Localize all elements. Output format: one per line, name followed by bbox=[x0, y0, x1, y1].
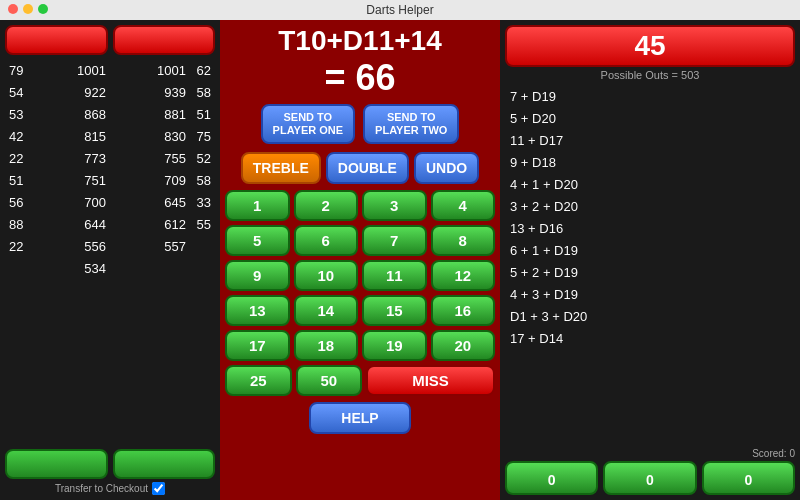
title-bar: Darts Helper bbox=[0, 0, 800, 20]
list-item: 534 bbox=[84, 258, 106, 280]
help-button[interactable]: HELP bbox=[309, 402, 410, 434]
send-buttons: SEND TOPLAYER ONE SEND TOPLAYER TWO bbox=[225, 104, 495, 144]
number-19-btn[interactable]: 19 bbox=[362, 330, 427, 361]
number-10-btn[interactable]: 10 bbox=[294, 260, 359, 291]
list-item: 612 bbox=[164, 214, 186, 236]
number-17-btn[interactable]: 17 bbox=[225, 330, 290, 361]
close-icon[interactable] bbox=[8, 4, 18, 14]
list-item: 33 bbox=[197, 192, 211, 214]
number-11-btn[interactable]: 11 bbox=[362, 260, 427, 291]
double-button[interactable]: DOUBLE bbox=[326, 152, 409, 184]
left-action-btn-1[interactable] bbox=[5, 449, 108, 479]
list-item: 4 + 1 + D20 bbox=[505, 174, 795, 196]
scores-table: 79 54 53 42 22 51 56 88 22 1001 922 868 … bbox=[5, 60, 215, 444]
right-top: 45 Possible Outs = 503 bbox=[505, 25, 795, 81]
number-3-btn[interactable]: 3 bbox=[362, 190, 427, 221]
maximize-icon[interactable] bbox=[38, 4, 48, 14]
number-6-btn[interactable]: 6 bbox=[294, 225, 359, 256]
center-panel: T10+D11+14 = 66 SEND TOPLAYER ONE SEND T… bbox=[220, 20, 500, 500]
score-col-1: 1001 922 868 815 773 751 700 644 556 534 bbox=[30, 60, 110, 444]
list-item: 13 + D16 bbox=[505, 218, 795, 240]
btn-25[interactable]: 25 bbox=[225, 365, 292, 396]
list-item: 830 bbox=[164, 126, 186, 148]
number-grid: 1 2 3 4 5 6 7 8 9 10 11 12 13 14 15 16 1… bbox=[225, 190, 495, 361]
right-score-btn-1[interactable]: 0 bbox=[505, 461, 598, 495]
left-top-buttons bbox=[5, 25, 215, 55]
list-item: 5 + D20 bbox=[505, 108, 795, 130]
right-panel: 45 Possible Outs = 503 7 + D19 5 + D20 1… bbox=[500, 20, 800, 500]
number-5-btn[interactable]: 5 bbox=[225, 225, 290, 256]
number-20-btn[interactable]: 20 bbox=[431, 330, 496, 361]
send-to-player-one-btn[interactable]: SEND TOPLAYER ONE bbox=[261, 104, 356, 144]
treble-button[interactable]: TREBLE bbox=[241, 152, 321, 184]
btn-50[interactable]: 50 bbox=[296, 365, 363, 396]
list-item: 751 bbox=[84, 170, 106, 192]
list-item: 88 bbox=[9, 214, 23, 236]
number-12-btn[interactable]: 12 bbox=[431, 260, 496, 291]
list-item: 644 bbox=[84, 214, 106, 236]
send-to-player-two-btn[interactable]: SEND TOPLAYER TWO bbox=[363, 104, 459, 144]
equation-main: T10+D11+14 bbox=[278, 25, 441, 57]
number-13-btn[interactable]: 13 bbox=[225, 295, 290, 326]
number-9-btn[interactable]: 9 bbox=[225, 260, 290, 291]
undo-button[interactable]: UNDO bbox=[414, 152, 479, 184]
list-item: 58 bbox=[197, 82, 211, 104]
list-item: 709 bbox=[164, 170, 186, 192]
number-16-btn[interactable]: 16 bbox=[431, 295, 496, 326]
list-item: 62 bbox=[197, 60, 211, 82]
right-bottom: Scored: 0 0 0 0 bbox=[505, 448, 795, 495]
list-item: 22 bbox=[9, 236, 23, 258]
player-one-btn[interactable] bbox=[5, 25, 108, 55]
list-item: 4 + 3 + D19 bbox=[505, 284, 795, 306]
list-item: 53 bbox=[9, 104, 23, 126]
list-item: 75 bbox=[197, 126, 211, 148]
list-item: 645 bbox=[164, 192, 186, 214]
list-item: 58 bbox=[197, 170, 211, 192]
list-item: 51 bbox=[197, 104, 211, 126]
list-item: 79 bbox=[9, 60, 23, 82]
miss-btn[interactable]: MISS bbox=[366, 365, 495, 396]
list-item: 5 + 2 + D19 bbox=[505, 262, 795, 284]
bottom-row: 25 50 MISS bbox=[225, 365, 495, 396]
transfer-label: Transfer to Checkout bbox=[5, 482, 215, 495]
left-panel: 79 54 53 42 22 51 56 88 22 1001 922 868 … bbox=[0, 20, 220, 500]
left-action-btn-2[interactable] bbox=[113, 449, 216, 479]
list-item: 755 bbox=[164, 148, 186, 170]
number-14-btn[interactable]: 14 bbox=[294, 295, 359, 326]
number-8-btn[interactable]: 8 bbox=[431, 225, 496, 256]
list-item: 815 bbox=[84, 126, 106, 148]
number-7-btn[interactable]: 7 bbox=[362, 225, 427, 256]
left-score-col: 79 54 53 42 22 51 56 88 22 bbox=[5, 60, 30, 444]
list-item: 3 + 2 + D20 bbox=[505, 196, 795, 218]
player-two-btn[interactable] bbox=[113, 25, 216, 55]
scored-label: Scored: 0 bbox=[505, 448, 795, 459]
number-2-btn[interactable]: 2 bbox=[294, 190, 359, 221]
traffic-lights bbox=[8, 4, 48, 14]
list-item: 7 + D19 bbox=[505, 86, 795, 108]
right-bottom-buttons: 0 0 0 bbox=[505, 461, 795, 495]
transfer-checkbox[interactable] bbox=[152, 482, 165, 495]
list-item: D1 + 3 + D20 bbox=[505, 306, 795, 328]
score-col-2: 1001 939 881 830 755 709 645 612 557 bbox=[110, 60, 190, 444]
left-bottom-buttons bbox=[5, 449, 215, 479]
equation-result: = 66 bbox=[278, 57, 441, 99]
equation-display: T10+D11+14 = 66 bbox=[278, 25, 441, 99]
list-item: 56 bbox=[9, 192, 23, 214]
list-item: 9 + D18 bbox=[505, 152, 795, 174]
list-item: 1001 bbox=[157, 60, 186, 82]
list-item: 17 + D14 bbox=[505, 328, 795, 350]
list-item: 868 bbox=[84, 104, 106, 126]
minimize-icon[interactable] bbox=[23, 4, 33, 14]
list-item: 881 bbox=[164, 104, 186, 126]
right-score-btn-3[interactable]: 0 bbox=[702, 461, 795, 495]
list-item: 52 bbox=[197, 148, 211, 170]
number-1-btn[interactable]: 1 bbox=[225, 190, 290, 221]
right-score-btn-2[interactable]: 0 bbox=[603, 461, 696, 495]
number-4-btn[interactable]: 4 bbox=[431, 190, 496, 221]
list-item: 556 bbox=[84, 236, 106, 258]
number-18-btn[interactable]: 18 bbox=[294, 330, 359, 361]
list-item: 939 bbox=[164, 82, 186, 104]
list-item: 55 bbox=[197, 214, 211, 236]
action-buttons: TREBLE DOUBLE UNDO bbox=[225, 152, 495, 184]
number-15-btn[interactable]: 15 bbox=[362, 295, 427, 326]
